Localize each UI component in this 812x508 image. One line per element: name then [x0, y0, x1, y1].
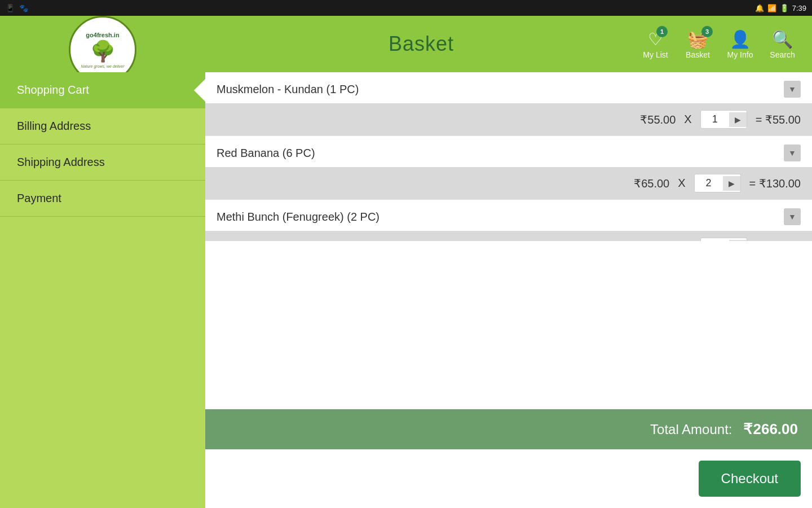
item-2-qty-increment[interactable]: ▶	[723, 176, 740, 191]
my-list-icon: ♡ 1	[648, 29, 663, 49]
cart-items-list: Muskmelon - Kundan (1 PC) ▼ ₹55.00 X 1 ▶…	[205, 72, 812, 241]
basket-badge: 3	[701, 26, 713, 37]
nav-actions: ♡ 1 My List 🧺 3 Basket 👤 My Info 🔍 Searc…	[637, 29, 812, 59]
delete-icon-2: ▼	[788, 148, 796, 157]
search-icon: 🔍	[772, 29, 793, 49]
sidebar-item-billing-address[interactable]: Billing Address	[0, 108, 205, 144]
item-1-qty: 1	[701, 111, 729, 128]
logo-area: go4fresh.in 🌳 Nature grows, we deliver	[0, 16, 205, 72]
item-1-delete-button[interactable]: ▼	[784, 81, 801, 98]
item-3-qty: 3	[701, 238, 729, 241]
cart-empty-space	[205, 241, 812, 410]
basket-icon: 🧺 3	[687, 29, 708, 49]
item-2-qty: 2	[695, 174, 723, 192]
my-info-label: My Info	[727, 50, 753, 59]
item-1-price: ₹55.00	[640, 113, 676, 126]
basket-label: Basket	[686, 50, 710, 59]
logo-tree-icon: 🌳	[90, 40, 116, 63]
logo-text-bottom: Nature grows, we deliver	[81, 64, 124, 68]
top-nav: go4fresh.in 🌳 Nature grows, we deliver B…	[0, 16, 812, 72]
status-bar: 📱 🐾 🔔 📶 🔋 7:39	[0, 0, 812, 16]
my-info-icon: 👤	[730, 29, 751, 49]
delete-icon: ▼	[788, 85, 796, 94]
item-3-price: ₹27.00	[640, 240, 676, 241]
sidebar-item-payment[interactable]: Payment	[0, 181, 205, 217]
app-container: go4fresh.in 🌳 Nature grows, we deliver B…	[0, 16, 812, 508]
cart-content: Muskmelon - Kundan (1 PC) ▼ ₹55.00 X 1 ▶…	[205, 72, 812, 508]
checkout-area: Checkout	[205, 449, 812, 508]
delete-icon-3: ▼	[788, 212, 796, 221]
item-1-qty-control[interactable]: 1 ▶	[700, 110, 747, 129]
item-3-qty-control[interactable]: 3 ▶	[700, 238, 747, 241]
logo-text-top: go4fresh.in	[86, 32, 119, 38]
item-3-total: = ₹81.00	[756, 240, 801, 241]
item-2-name: Red Banana (6 PC)	[217, 147, 315, 160]
nav-item-my-list[interactable]: ♡ 1 My List	[637, 29, 674, 59]
nav-item-my-info[interactable]: 👤 My Info	[722, 29, 758, 59]
item-1-multiplier: X	[684, 113, 691, 126]
notification-icon: 🔔	[755, 4, 764, 12]
cart-item-2: Red Banana (6 PC) ▼ ₹65.00 X 2 ▶ = ₹130.…	[205, 136, 812, 200]
item-3-multiplier: X	[684, 240, 691, 241]
item-3-delete-button[interactable]: ▼	[784, 208, 801, 225]
battery-icon: 🔋	[780, 4, 789, 12]
item-2-qty-control[interactable]: 2 ▶	[694, 174, 741, 192]
cart-item-3: Methi Bunch (Fenugreek) (2 PC) ▼ ₹27.00 …	[205, 200, 812, 241]
item-2-multiplier: X	[678, 177, 685, 190]
time-display: 7:39	[792, 4, 806, 12]
sidebar-item-shipping-address[interactable]: Shipping Address	[0, 144, 205, 181]
sidebar-item-shopping-cart[interactable]: Shopping Cart	[0, 72, 205, 108]
item-1-total: = ₹55.00	[756, 113, 801, 126]
item-2-price: ₹65.00	[634, 177, 669, 190]
status-bar-right: 🔔 📶 🔋 7:39	[755, 4, 806, 12]
item-1-qty-increment[interactable]: ▶	[729, 112, 747, 127]
search-label: Search	[770, 50, 795, 59]
main-content: Shopping Cart Billing Address Shipping A…	[0, 72, 812, 508]
item-3-qty-increment[interactable]: ▶	[729, 240, 747, 241]
apps-icon: 🐾	[19, 4, 28, 12]
total-amount: ₹266.00	[743, 421, 798, 438]
cart-total-footer: Total Amount: ₹266.00	[205, 409, 812, 449]
wifi-icon: 📶	[767, 4, 776, 12]
checkout-button[interactable]: Checkout	[699, 461, 801, 497]
nav-item-search[interactable]: 🔍 Search	[764, 29, 801, 59]
page-title: Basket	[205, 32, 637, 56]
phone-icon: 📱	[6, 4, 15, 12]
my-list-label: My List	[643, 50, 668, 59]
my-list-badge: 1	[656, 26, 668, 37]
status-bar-left: 📱 🐾	[6, 4, 28, 12]
item-3-name: Methi Bunch (Fenugreek) (2 PC)	[217, 211, 379, 224]
item-2-delete-button[interactable]: ▼	[784, 144, 801, 161]
sidebar: Shopping Cart Billing Address Shipping A…	[0, 72, 205, 508]
nav-item-basket[interactable]: 🧺 3 Basket	[679, 29, 716, 59]
total-label: Total Amount:	[650, 422, 732, 437]
item-2-total: = ₹130.00	[749, 177, 801, 190]
item-1-name: Muskmelon - Kundan (1 PC)	[217, 83, 359, 96]
cart-item-1: Muskmelon - Kundan (1 PC) ▼ ₹55.00 X 1 ▶…	[205, 72, 812, 136]
